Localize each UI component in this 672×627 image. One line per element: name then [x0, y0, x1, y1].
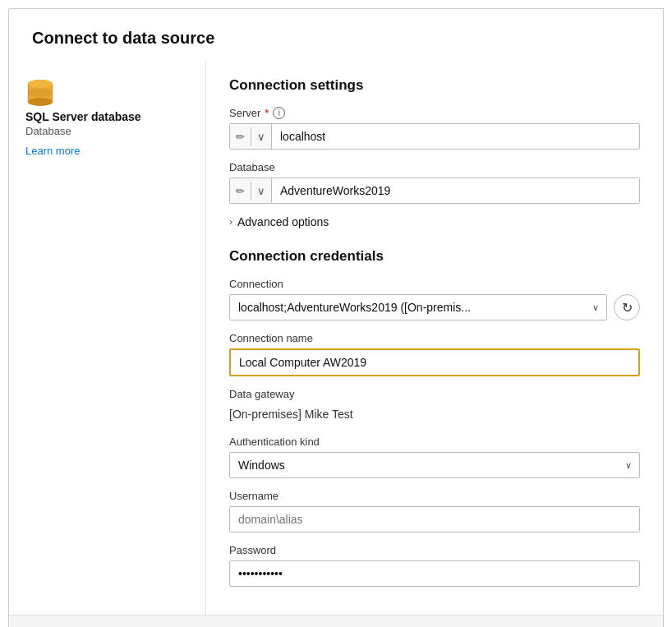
connection-field-group: Connection localhost;AdventureWorks2019 … [229, 278, 640, 320]
server-info-icon[interactable]: i [273, 107, 285, 119]
data-gateway-value: [On-premises] Mike Test [229, 404, 640, 424]
main-content: Connection settings Server * i ✏ ∨ [206, 61, 663, 615]
data-gateway-label: Data gateway [229, 388, 640, 400]
connection-name-label: Connection name [229, 332, 640, 344]
password-input[interactable] [229, 560, 640, 587]
auth-kind-dropdown-wrapper: Windows Basic OAuth2 [229, 452, 640, 478]
server-input[interactable] [272, 124, 639, 149]
username-input[interactable] [229, 506, 640, 532]
password-label: Password [229, 544, 640, 556]
data-gateway-field-group: Data gateway [On-premises] Mike Test [229, 388, 640, 424]
database-dropdown-btn[interactable]: ∨ [251, 178, 271, 203]
sidebar-db-name: SQL Server database [25, 110, 189, 123]
sql-server-icon [25, 77, 55, 110]
connection-name-input[interactable] [229, 348, 640, 376]
svg-point-3 [28, 89, 53, 97]
connection-label: Connection [229, 278, 640, 290]
server-required: * [265, 107, 269, 119]
refresh-button[interactable]: ↻ [614, 294, 640, 320]
database-input-wrapper: ✏ ∨ [229, 177, 640, 204]
server-controls: ✏ ∨ [230, 124, 272, 149]
database-field-group: Database ✏ ∨ [229, 161, 640, 204]
database-controls: ✏ ∨ [230, 178, 272, 203]
advanced-chevron-icon: › [229, 216, 232, 228]
username-label: Username [229, 490, 640, 502]
credentials-section: Connection credentials Connection localh… [229, 248, 640, 587]
database-label: Database [229, 161, 640, 173]
username-field-group: Username [229, 490, 640, 532]
dialog-footer: Back Cancel Next [9, 615, 663, 627]
svg-point-4 [28, 80, 53, 88]
connection-select[interactable]: localhost;AdventureWorks2019 ([On-premis… [229, 294, 607, 320]
page-title: Connect to data source [9, 9, 663, 61]
server-field-group: Server * i ✏ ∨ [229, 107, 640, 150]
svg-point-2 [28, 98, 53, 106]
connection-name-field-group: Connection name [229, 332, 640, 376]
password-field-group: Password [229, 544, 640, 587]
connection-settings-title: Connection settings [229, 77, 640, 94]
learn-more-link[interactable]: Learn more [25, 145, 80, 157]
advanced-options-toggle[interactable]: › Advanced options [229, 215, 640, 228]
server-label: Server * i [229, 107, 640, 119]
connection-select-wrapper: localhost;AdventureWorks2019 ([On-premis… [229, 294, 640, 320]
auth-kind-field-group: Authentication kind Windows Basic OAuth2 [229, 436, 640, 478]
auth-kind-label: Authentication kind [229, 436, 640, 448]
sidebar-db-type: Database [25, 125, 189, 137]
database-input[interactable] [272, 178, 639, 203]
server-dropdown-btn[interactable]: ∨ [251, 124, 271, 149]
auth-kind-select[interactable]: Windows Basic OAuth2 [229, 452, 640, 478]
server-edit-btn[interactable]: ✏ [230, 124, 251, 149]
database-edit-btn[interactable]: ✏ [230, 178, 251, 203]
server-input-wrapper: ✏ ∨ [229, 123, 640, 150]
connection-dropdown-wrapper: localhost;AdventureWorks2019 ([On-premis… [229, 294, 607, 320]
sidebar: SQL Server database Database Learn more [9, 61, 206, 615]
credentials-title: Connection credentials [229, 248, 640, 265]
